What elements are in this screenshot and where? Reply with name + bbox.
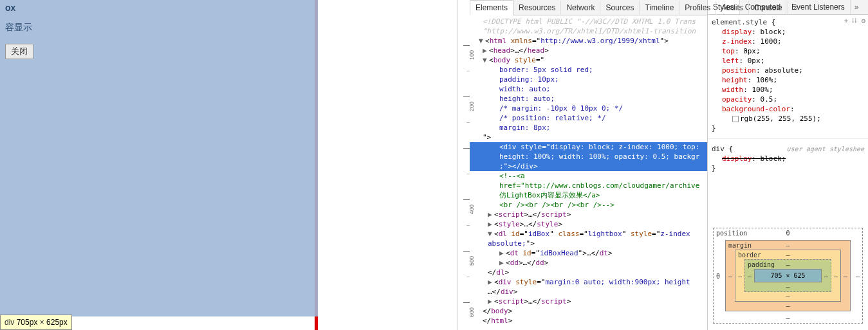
script-node-2[interactable]: ▶<script>…</script> xyxy=(470,297,707,306)
comment-href[interactable]: href="http://www.cnblogs.com/cloudgamer/… xyxy=(470,181,707,190)
body-style-line[interactable]: padding: 10px; xyxy=(470,75,707,84)
close-button[interactable]: 关闭 xyxy=(5,44,33,59)
body-open[interactable]: ▼<body style=" xyxy=(470,55,707,65)
body-style-close[interactable]: "> xyxy=(470,133,707,142)
tab-profiles[interactable]: Profiles xyxy=(679,1,716,15)
devtools-tabs: Elements Resources Network Sources Timel… xyxy=(470,0,707,15)
elements-panel: Elements Resources Network Sources Timel… xyxy=(470,0,708,330)
tab-timeline[interactable]: Timeline xyxy=(640,1,679,15)
box-model-content: 705 × 625 xyxy=(754,269,822,282)
div-node[interactable]: ▶<div style="margin:0 auto; width:900px;… xyxy=(470,277,707,287)
tab-resources[interactable]: Resources xyxy=(513,1,561,15)
toggle-state-icon[interactable]: ⁞⁞ xyxy=(852,16,857,26)
dl-open[interactable]: ▼<dl id="idBox" class="lightbox" style="… xyxy=(470,229,707,239)
gear-icon[interactable]: ⚙ xyxy=(861,16,865,26)
body-style-line[interactable]: height: auto; xyxy=(470,94,707,104)
tab-elements[interactable]: Elements xyxy=(470,0,513,15)
styles-panel: Styles Computed Event Listeners » + ⁞⁞ ⚙… xyxy=(708,0,868,330)
comment-br[interactable]: <br /><br /><br /><br />--> xyxy=(470,200,707,210)
body-style-line[interactable]: border: 5px solid red; xyxy=(470,65,707,75)
element-style-rule[interactable]: + ⁞⁞ ⚙ element.style { display: block; z… xyxy=(708,15,868,136)
lightbox-text: 容显示 xyxy=(5,22,33,33)
selected-div-line-1[interactable]: <div style="display: block; z-index: 100… xyxy=(470,142,707,152)
dt-node[interactable]: ▶<dt id="idBoxHead">…</dt> xyxy=(470,248,707,258)
body-style-line[interactable]: /* position: relative; */ xyxy=(470,113,707,123)
dl-close[interactable]: </dl> xyxy=(470,268,707,277)
body-style-line[interactable]: width: auto; xyxy=(470,84,707,94)
more-icon[interactable]: » xyxy=(851,0,863,14)
element-size-tooltip: div 705px × 625px xyxy=(0,315,72,330)
user-agent-rule[interactable]: div { user agent styleshee display: bloc… xyxy=(708,142,868,176)
close-icon[interactable]: × xyxy=(788,3,803,12)
doctype-line[interactable]: <!DOCTYPE html PUBLIC "-//W3C//DTD XHTML… xyxy=(470,17,707,26)
lightbox-title: ox xyxy=(5,3,33,13)
dom-tree[interactable]: <!DOCTYPE html PUBLIC "-//W3C//DTD XHTML… xyxy=(470,15,707,330)
body-style-line[interactable]: /* margin: -10px 0 10px 0; */ xyxy=(470,104,707,113)
head-node[interactable]: ▶<head>…</head> xyxy=(470,46,707,55)
selected-element-overlay[interactable] xyxy=(0,0,318,316)
doctype-line-2[interactable]: "http://www.w3.org/TR/xhtml1/DTD/xhtml1-… xyxy=(470,26,707,36)
ruler-column: 100 200 300 400 500 600 xyxy=(318,0,470,330)
tab-console[interactable]: Console xyxy=(749,1,788,15)
dd-node[interactable]: ▶<dd>…</dd> xyxy=(470,258,707,268)
html-open[interactable]: ▼<html xmlns="http://www.w3.org/1999/xht… xyxy=(470,36,707,46)
comment-open[interactable]: <!--<a xyxy=(470,171,707,181)
color-swatch-icon[interactable] xyxy=(732,116,739,122)
lightbox: ox 容显示 关闭 xyxy=(0,0,39,59)
comment-text[interactable]: 仿LightBox内容显示效果</a> xyxy=(470,190,707,200)
html-close[interactable]: </html> xyxy=(470,316,707,325)
script-node[interactable]: ▶<script>…</script> xyxy=(470,210,707,219)
div-close[interactable]: …</div> xyxy=(470,287,707,297)
body-close[interactable]: </body> xyxy=(470,306,707,316)
viewport: ox 容显示 关闭 div 705px × 625px 100 200 300 … xyxy=(0,0,868,330)
body-style-line[interactable]: margin: 8px; xyxy=(470,123,707,133)
tab-sources[interactable]: Sources xyxy=(600,1,640,15)
tab-network[interactable]: Network xyxy=(561,1,600,15)
vertical-ruler: 100 200 300 400 500 600 xyxy=(457,0,470,330)
dl-style-cont[interactable]: absolute;"> xyxy=(470,239,707,248)
tab-audits[interactable]: Audits xyxy=(716,1,748,15)
selected-div-line-2[interactable]: height: 100%; width: 100%; opacity: 0.5;… xyxy=(470,152,707,161)
add-rule-icon[interactable]: + xyxy=(844,16,849,26)
selected-div-line-3[interactable]: ;"></div> xyxy=(470,161,707,171)
style-node[interactable]: ▶<style>…</style> xyxy=(470,219,707,229)
box-model[interactable]: position 0 0 – – margin – – – – border –… xyxy=(708,221,868,330)
preview-pane: ox 容显示 关闭 div 705px × 625px xyxy=(0,0,318,330)
